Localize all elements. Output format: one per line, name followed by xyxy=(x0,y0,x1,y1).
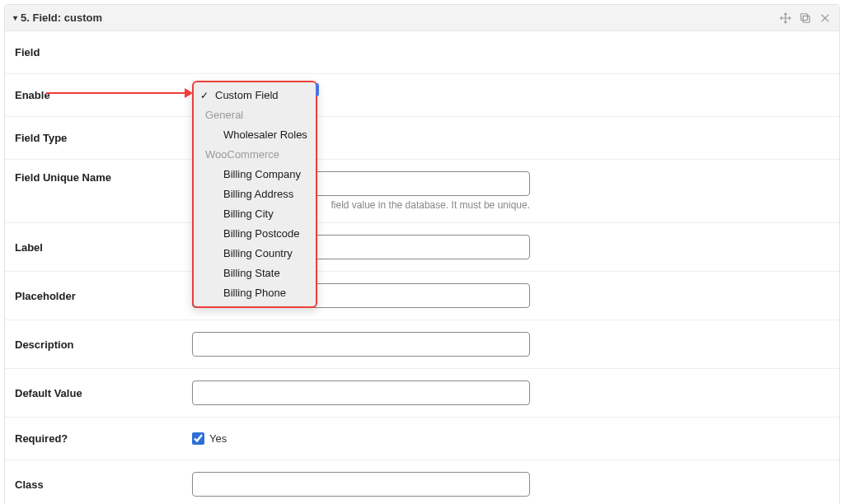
label-label: Label xyxy=(15,241,192,254)
panel-title-text: 5. Field: custom xyxy=(21,12,102,24)
row-default-value: Default Value xyxy=(5,369,839,418)
row-description: Description xyxy=(5,320,839,369)
default-value-input[interactable] xyxy=(192,380,530,405)
dropdown-option-billing-company[interactable]: Billing Company xyxy=(194,165,316,184)
row-placeholder: Placeholder xyxy=(5,272,839,320)
dropdown-option-billing-city[interactable]: Billing City xyxy=(194,204,316,224)
panel-header[interactable]: ▾ 5. Field: custom xyxy=(5,5,839,31)
class-input[interactable] xyxy=(192,472,530,497)
description-input[interactable] xyxy=(192,332,530,357)
required-checkbox[interactable] xyxy=(192,432,204,445)
label-class: Class xyxy=(15,478,192,491)
duplicate-icon[interactable] xyxy=(799,12,811,24)
panel-title: ▾ 5. Field: custom xyxy=(13,12,102,24)
panel-actions xyxy=(780,12,831,24)
label-unique-name: Field Unique Name xyxy=(15,171,192,184)
dropdown-option-billing-country[interactable]: Billing Country xyxy=(194,244,316,264)
row-enable: Enable xyxy=(5,74,839,117)
row-class: Class xyxy=(5,460,839,504)
dropdown-option-billing-phone[interactable]: Billing Phone xyxy=(194,283,316,303)
label-enable: Enable xyxy=(15,89,192,101)
control-required: Yes xyxy=(192,432,530,445)
label-field: Field xyxy=(15,46,192,58)
dropdown-option-wholesaler-roles[interactable]: Wholesaler Roles xyxy=(194,125,316,145)
move-icon[interactable] xyxy=(780,12,791,24)
dropdown-option-billing-postcode[interactable]: Billing Postcode xyxy=(194,224,316,244)
control-description xyxy=(192,332,530,357)
dropdown-underlay-edge xyxy=(316,83,319,96)
dropdown-group-general: General xyxy=(194,105,316,125)
row-label: Label xyxy=(5,223,839,272)
field-config-panel: ▾ 5. Field: custom xyxy=(4,4,840,504)
control-class xyxy=(192,472,530,497)
label-placeholder: Placeholder xyxy=(15,290,192,302)
row-unique-name: Field Unique Name field value in the dat… xyxy=(5,160,839,223)
dropdown-option-custom-field[interactable]: Custom Field xyxy=(194,86,316,105)
row-field: Field xyxy=(5,31,839,74)
svg-rect-0 xyxy=(801,13,808,20)
label-default-value: Default Value xyxy=(15,387,192,399)
required-check-label: Yes xyxy=(209,432,227,445)
label-required: Required? xyxy=(15,432,192,445)
control-default-value xyxy=(192,380,530,405)
label-field-type: Field Type xyxy=(15,132,192,144)
svg-rect-1 xyxy=(803,16,809,22)
field-dropdown[interactable]: Custom Field General Wholesaler Roles Wo… xyxy=(192,81,317,308)
dropdown-option-billing-state[interactable]: Billing State xyxy=(194,264,316,283)
dropdown-group-woocommerce: WooCommerce xyxy=(194,145,316,165)
label-description: Description xyxy=(15,338,192,351)
form-body: Custom Field General Wholesaler Roles Wo… xyxy=(5,31,839,504)
row-field-type: Field Type xyxy=(5,117,839,160)
close-icon[interactable] xyxy=(819,12,831,24)
chevron-down-icon: ▾ xyxy=(13,13,17,22)
row-required: Required? Yes xyxy=(5,418,839,460)
dropdown-option-billing-address[interactable]: Billing Address xyxy=(194,184,316,204)
